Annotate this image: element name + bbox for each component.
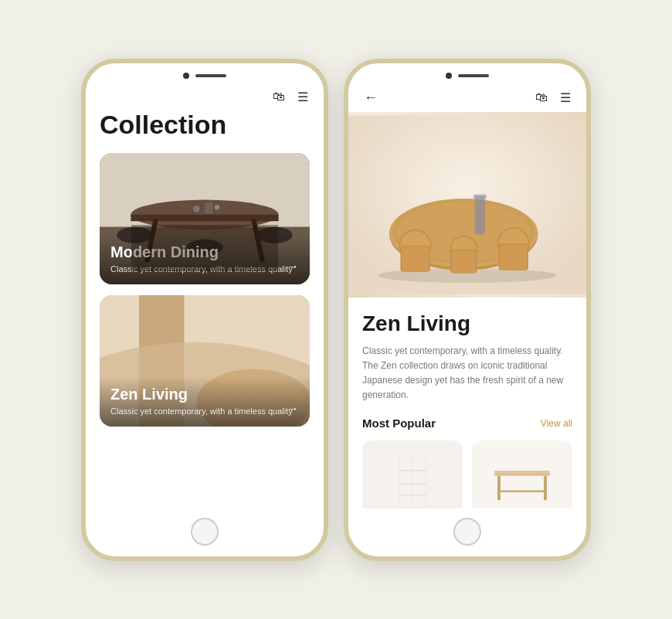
menu-icon-right[interactable]: ☰	[560, 90, 571, 105]
detail-hero-image	[348, 112, 586, 298]
right-phone: ← 🛍 ☰	[344, 59, 591, 561]
svg-rect-37	[473, 194, 487, 199]
zen-coffee-table-svg	[348, 112, 586, 298]
popular-item-table[interactable]	[472, 440, 572, 508]
home-button-left[interactable]	[191, 518, 219, 546]
svg-rect-42	[412, 457, 412, 508]
svg-rect-46	[544, 476, 547, 501]
left-nav: 🛍 ☰	[86, 83, 324, 111]
zen-living-card[interactable]: Zen Living Classic yet contemporary, wit…	[100, 295, 310, 427]
camera-right	[446, 73, 452, 79]
modern-dining-arrow[interactable]: →	[287, 260, 299, 274]
zen-living-desc: Classic yet contemporary, with a timeles…	[110, 406, 299, 417]
svg-rect-31	[452, 250, 476, 273]
left-phone: 🛍 ☰ Collection	[81, 59, 328, 561]
svg-point-11	[215, 205, 219, 209]
phone-top-left	[86, 63, 324, 83]
detail-content: Zen Living Classic yet contemporary, wit…	[348, 112, 586, 508]
collection-content: Collection	[86, 111, 324, 508]
zen-living-label: Zen Living	[110, 386, 299, 403]
speaker-left	[195, 74, 226, 77]
svg-rect-35	[500, 244, 527, 270]
popular-header: Most Popular View all	[362, 417, 572, 430]
svg-line-5	[148, 221, 156, 260]
svg-rect-47	[501, 491, 544, 492]
dining-table-mini-svg	[491, 456, 553, 508]
svg-rect-4	[131, 215, 278, 222]
svg-rect-12	[205, 202, 213, 214]
cart-icon-left[interactable]: 🛍	[273, 90, 285, 104]
phone-top-right	[348, 63, 586, 83]
cart-icon-right[interactable]: 🛍	[535, 90, 548, 104]
svg-rect-45	[497, 476, 501, 501]
most-popular-label: Most Popular	[362, 417, 436, 430]
left-phone-bottom	[86, 508, 324, 556]
menu-icon-left[interactable]: ☰	[297, 90, 308, 104]
view-all-button[interactable]: View all	[541, 418, 572, 429]
shelf-svg	[392, 452, 434, 508]
right-nav: ← 🛍 ☰	[348, 83, 586, 112]
modern-dining-desc: Classic yet contemporary, with a timeles…	[110, 264, 299, 275]
modern-dining-card[interactable]: Modern Dining Classic yet contemporary, …	[100, 153, 310, 284]
speaker-right	[458, 74, 489, 77]
svg-line-6	[254, 221, 263, 260]
left-phone-content: 🛍 ☰ Collection	[86, 83, 324, 508]
popular-item-shelf[interactable]	[362, 440, 463, 508]
phones-wrapper: 🛍 ☰ Collection	[81, 59, 591, 561]
zen-living-arrow[interactable]: →	[287, 402, 299, 416]
svg-point-9	[187, 239, 223, 255]
right-phone-content: ← 🛍 ☰	[348, 83, 586, 508]
detail-description: Classic yet contemporary, with a timeles…	[362, 344, 572, 403]
detail-info: Zen Living Classic yet contemporary, wit…	[348, 298, 586, 508]
right-phone-bottom	[348, 508, 586, 556]
svg-rect-36	[475, 196, 485, 234]
collection-title: Collection	[100, 111, 310, 139]
home-button-right[interactable]	[453, 518, 481, 546]
zen-living-overlay: Zen Living Classic yet contemporary, wit…	[100, 376, 310, 427]
svg-rect-44	[494, 471, 550, 474]
modern-dining-label: Modern Dining	[110, 243, 299, 261]
back-button[interactable]: ←	[364, 90, 378, 106]
popular-grid	[362, 440, 572, 508]
svg-rect-27	[402, 247, 429, 271]
detail-title: Zen Living	[362, 311, 572, 336]
modern-dining-overlay: Modern Dining Classic yet contemporary, …	[100, 234, 310, 284]
svg-point-10	[193, 206, 200, 213]
camera-left	[183, 73, 189, 79]
